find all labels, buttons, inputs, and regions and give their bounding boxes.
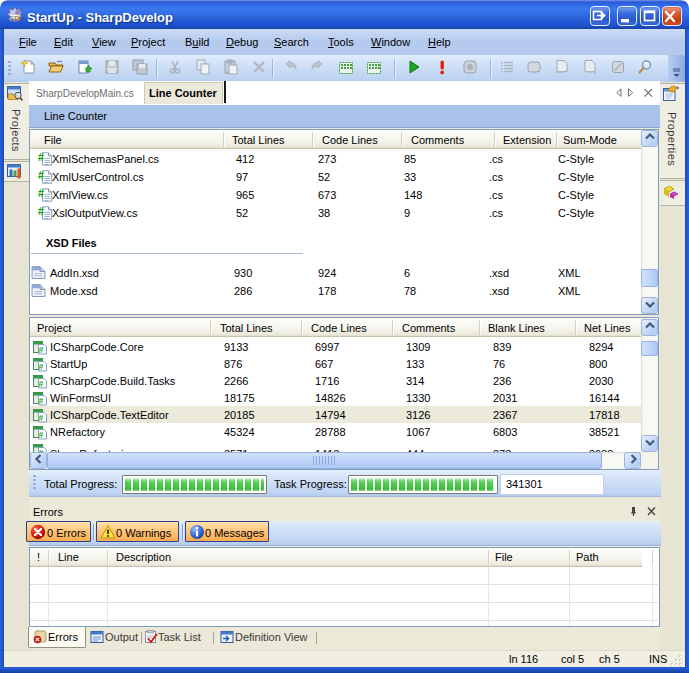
svg-text:SD: SD: [10, 15, 19, 22]
